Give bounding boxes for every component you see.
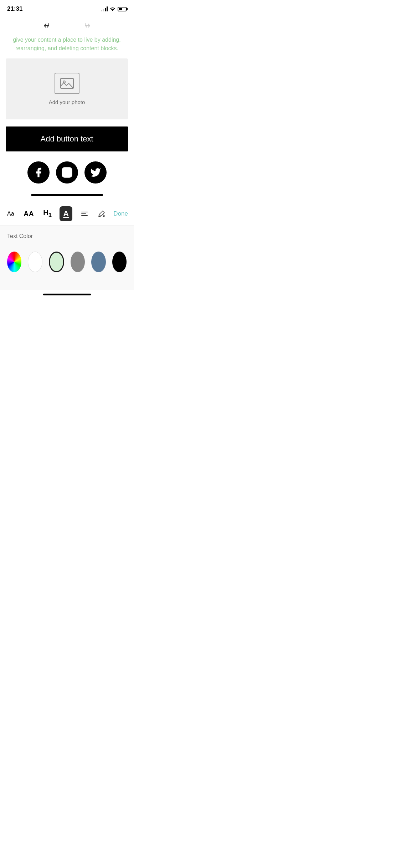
- cta-button[interactable]: Add button text: [6, 126, 128, 151]
- toolbar: Aa AA H1 A Done: [0, 202, 134, 226]
- gray-swatch[interactable]: [71, 252, 85, 272]
- align-icon: [81, 210, 88, 218]
- large-text-button[interactable]: AA: [22, 208, 35, 219]
- divider-line: [31, 194, 103, 196]
- align-button[interactable]: [79, 208, 90, 219]
- photo-placeholder[interactable]: Add your photo: [6, 58, 128, 119]
- forward-button[interactable]: [81, 19, 94, 32]
- status-time: 21:31: [7, 5, 22, 12]
- home-indicator: [0, 290, 134, 298]
- text-format-label: A: [63, 209, 69, 218]
- small-text-label: Aa: [7, 211, 14, 217]
- signal-bars-icon: [101, 6, 108, 11]
- twitter-icon-button[interactable]: [84, 161, 107, 184]
- fill-icon: [98, 210, 106, 218]
- rainbow-swatch[interactable]: [7, 252, 21, 272]
- heading-label: H1: [43, 209, 52, 219]
- large-text-label: AA: [24, 210, 34, 218]
- fill-button[interactable]: [96, 208, 107, 219]
- done-button[interactable]: Done: [113, 210, 128, 217]
- text-format-button[interactable]: A: [60, 206, 72, 221]
- mint-swatch[interactable]: [49, 252, 64, 272]
- back-button[interactable]: [40, 19, 53, 32]
- home-bar: [43, 294, 91, 295]
- text-color-title: Text Color: [7, 233, 127, 239]
- status-bar: 21:31: [0, 0, 134, 16]
- subtitle-text: give your content a place to live by add…: [6, 36, 128, 58]
- bottom-panel: Text Color: [0, 226, 134, 290]
- svg-point-3: [65, 171, 69, 175]
- photo-icon: [55, 73, 79, 94]
- social-icons-row: [6, 161, 128, 184]
- wifi-icon: [110, 7, 115, 11]
- heading-button[interactable]: H1: [42, 207, 53, 220]
- slate-swatch[interactable]: [91, 252, 106, 272]
- small-text-button[interactable]: Aa: [6, 209, 16, 218]
- black-swatch[interactable]: [112, 252, 127, 272]
- status-icons: [101, 6, 127, 11]
- facebook-icon-button[interactable]: [27, 161, 50, 184]
- white-swatch[interactable]: [28, 252, 42, 272]
- battery-icon: [118, 7, 127, 11]
- svg-point-4: [69, 169, 70, 171]
- color-swatches: [7, 248, 127, 279]
- content-area: give your content a place to live by add…: [0, 36, 134, 196]
- photo-placeholder-label: Add your photo: [49, 99, 85, 105]
- instagram-icon-button[interactable]: [56, 161, 78, 184]
- nav-bar: [0, 16, 134, 36]
- svg-rect-0: [61, 78, 73, 88]
